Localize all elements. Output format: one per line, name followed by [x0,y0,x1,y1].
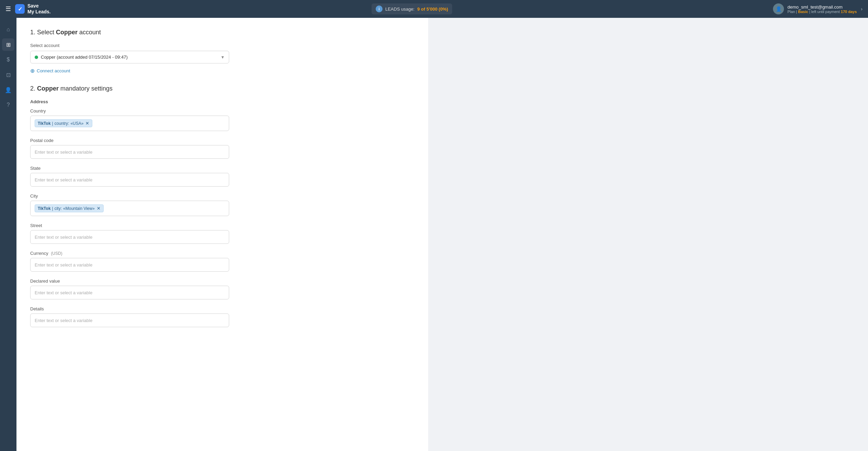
state-input[interactable] [30,173,229,187]
section-1: 1. Select Copper account Select account … [30,29,414,74]
country-chip-remove[interactable]: ✕ [85,121,89,126]
postal-code-field-group: Postal code [30,138,414,159]
logo-icon: ✓ [15,4,25,14]
details-label: Details [30,306,414,311]
country-input[interactable]: TikTok | country: «USA» ✕ [30,116,229,131]
plus-circle-icon: ⊕ [30,68,35,74]
sidebar-item-integrations[interactable]: ⊞ [2,38,14,51]
section-2-title: 2. Copper mandatory settings [30,85,414,92]
info-icon: i [376,5,383,12]
leads-count: 9 of 5'000 (0%) [417,7,448,12]
page-content: 1. Select Copper account Select account … [16,18,428,451]
user-email: demo_sml_test@gmail.com [787,4,857,10]
country-field-group: Country TikTok | country: «USA» ✕ [30,108,414,131]
selected-account-text: Copper (account added 07/15/2024 - 09:47… [41,55,128,60]
currency-field-group: Currency (USD) [30,251,414,272]
declared-value-label: Declared value [30,278,414,284]
sidebar-item-help[interactable]: ? [2,99,14,111]
country-label: Country [30,108,414,114]
sidebar-item-account[interactable]: 👤 [2,84,14,96]
declared-value-field-group: Declared value [30,278,414,299]
user-plan: Plan | Basic | left until payment 170 da… [787,10,857,14]
state-label: State [30,166,414,171]
section-1-title: 1. Select Copper account [30,29,414,36]
content-area: 1. Select Copper account Select account … [16,18,868,451]
street-input[interactable] [30,230,229,244]
section-2: 2. Copper mandatory settings Address Cou… [30,85,414,327]
address-subsection-label: Address [30,99,414,104]
postal-code-label: Postal code [30,138,414,143]
sidebar: ⌂ ⊞ $ ⊡ 👤 ? [0,18,16,451]
select-account-label: Select account [30,43,414,48]
details-input[interactable] [30,313,229,327]
user-avatar: 👤 [773,3,784,14]
declared-value-input[interactable] [30,286,229,299]
city-label: City [30,193,414,199]
logo: ✓ Save My Leads. [15,3,51,15]
user-section: 👤 demo_sml_test@gmail.com Plan | Basic |… [773,3,857,14]
city-chip: TikTok | city: «Mountain View» ✕ [35,204,104,212]
leads-badge: i LEADS usage: 9 of 5'000 (0%) [372,3,452,14]
top-navbar: ☰ ✓ Save My Leads. i LEADS usage: 9 of 5… [0,0,868,18]
city-input[interactable]: TikTok | city: «Mountain View» ✕ [30,201,229,216]
sidebar-item-home[interactable]: ⌂ [2,23,14,36]
city-field-group: City TikTok | city: «Mountain View» ✕ [30,193,414,216]
leads-label: LEADS usage: [385,7,414,12]
connect-account-link[interactable]: ⊕ Connect account [30,68,414,74]
street-label: Street [30,223,414,228]
postal-code-input[interactable] [30,145,229,159]
hamburger-icon[interactable]: ☰ [5,5,11,13]
street-field-group: Street [30,223,414,244]
currency-input[interactable] [30,258,229,272]
logo-checkmark: ✓ [18,6,22,12]
dropdown-chevron-icon: ▼ [221,55,225,60]
sidebar-item-tools[interactable]: ⊡ [2,69,14,81]
user-info: demo_sml_test@gmail.com Plan | Basic | l… [787,4,857,14]
account-dropdown[interactable]: Copper (account added 07/15/2024 - 09:47… [30,51,229,63]
details-field-group: Details [30,306,414,327]
currency-label: Currency (USD) [30,251,414,256]
logo-text: Save My Leads. [27,3,51,15]
sidebar-item-billing[interactable]: $ [2,54,14,66]
country-chip: TikTok | country: «USA» ✕ [35,119,92,127]
chevron-right-icon[interactable]: › [861,6,863,12]
connected-indicator [35,56,38,59]
state-field-group: State [30,166,414,187]
city-chip-remove[interactable]: ✕ [97,206,101,211]
